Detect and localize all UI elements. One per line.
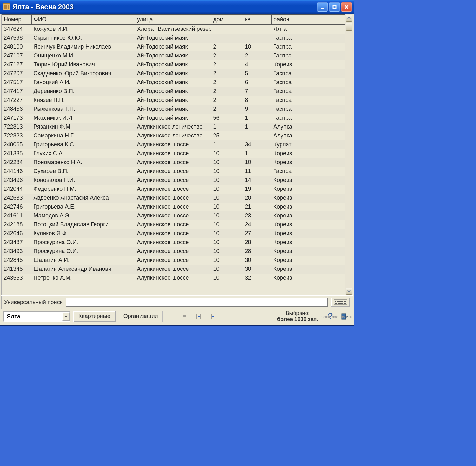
table-row[interactable]: 244146Сухарев В.П.Алупкинское шоссе1011Г… (2, 167, 345, 176)
header-row[interactable]: Номер ФИО улица дом кв. район (2, 15, 345, 25)
col-header-rayon[interactable]: район (272, 15, 313, 25)
col-header-house[interactable]: дом (211, 15, 243, 25)
table-row[interactable]: 248065Григорьева К.С.Алупкинское шоссе13… (2, 140, 345, 149)
table-row[interactable]: 241611Мамедов А.Э.Алупкинское шоссе1023К… (2, 211, 345, 220)
table-row[interactable]: 243496Коновалов Н.И.Алупкинское шоссе101… (2, 176, 345, 185)
cell-fio: Онищенко М.И. (32, 51, 135, 60)
cell-rayon: Алупка (272, 131, 313, 140)
table-row[interactable]: 247107Онищенко М.И.Ай-Тодорский маяк22Га… (2, 51, 345, 60)
cell-num: 722813 (2, 123, 32, 131)
cell-rayon: Гаспра (272, 43, 313, 51)
table-row[interactable]: 243487Проскурина О.И.Алупкинское шоссе10… (2, 238, 345, 247)
cell-spacer (313, 176, 345, 185)
cell-house: 10 (211, 256, 243, 265)
table-row[interactable]: 241335Глухих С.А.Алупкинское шоссе101Кор… (2, 149, 345, 158)
cell-num: 243496 (2, 176, 32, 185)
table-row[interactable]: 722823Самаркина Н.Г.Алупкинское лсничест… (2, 131, 345, 140)
col-header-flat[interactable]: кв. (243, 15, 272, 25)
table-row[interactable]: 247173Максимюк И.И.Ай-Тодорский маяк561Г… (2, 114, 345, 123)
table-row[interactable]: 242746Григорьева А.Е.Алупкинское шоссе10… (2, 203, 345, 211)
cell-flat: 28 (243, 238, 272, 247)
cell-street: Алупкинское шоссе (135, 265, 211, 274)
cell-house: 25 (211, 131, 243, 140)
city-combobox-arrow[interactable] (62, 312, 70, 321)
cell-num: 242188 (2, 220, 32, 229)
vertical-scrollbar[interactable] (345, 14, 353, 295)
cell-street: Алупкинское шоссе (135, 185, 211, 194)
cell-street: Ай-Тодорский маяк (135, 114, 211, 123)
organizations-button[interactable]: Организации (119, 311, 163, 322)
toolbar-icon-list[interactable] (179, 311, 190, 322)
cell-street: Алупкинское шоссе (135, 158, 211, 167)
search-input[interactable] (66, 298, 328, 307)
table-row[interactable]: 247417Деревянко В.П.Ай-Тодорский маяк27Г… (2, 87, 345, 96)
svg-rect-8 (335, 301, 336, 302)
table-row[interactable]: 248456Рыженкова Т.Н.Ай-Тодорский маяк29Г… (2, 105, 345, 114)
table-row[interactable]: 347624Кожухов И.И. Хлорат Васильевский р… (2, 25, 345, 34)
table-row[interactable]: 242633Авдеенко Анастасия АлексаАлупкинск… (2, 194, 345, 203)
table-row[interactable]: 243493Проскурина О.И.Алупкинское шоссе10… (2, 247, 345, 256)
cell-fio: Деревянко В.П. (32, 87, 135, 96)
table-row[interactable]: 247517Ганоцкий А.И.Ай-Тодорский маяк26Га… (2, 78, 345, 87)
svg-rect-13 (335, 303, 337, 304)
title-bar[interactable]: Ялта - Весна 2003 (0, 0, 354, 14)
cell-spacer (313, 60, 345, 69)
cell-spacer (313, 167, 345, 176)
search-panel: Универсальный поиск (1, 296, 353, 309)
table-row[interactable]: 242188Потоцкий Владислав ГеоргиАлупкинск… (2, 220, 345, 229)
table-row[interactable]: 241345Шалагин Александр ИвановиАлупкинск… (2, 265, 345, 274)
chevron-down-icon (64, 315, 68, 318)
minimize-button[interactable] (317, 2, 328, 12)
toolbar-icon-remove[interactable] (208, 311, 219, 322)
table-row[interactable]: 247598Скрынников Ю.Ю.Ай-Тодорский маякГа… (2, 34, 345, 43)
cell-street: Алупкинское шоссе (135, 256, 211, 265)
scroll-up-button[interactable] (346, 15, 352, 22)
cell-rayon: Гаспра (272, 87, 313, 96)
cell-street: Ай-Тодорский маяк (135, 34, 211, 43)
scroll-thumb[interactable] (346, 23, 352, 31)
cell-num: 248100 (2, 43, 32, 51)
search-label: Универсальный поиск (4, 299, 63, 306)
cell-rayon: Кореиз (272, 229, 313, 238)
cell-spacer (313, 158, 345, 167)
close-button[interactable] (341, 2, 352, 12)
table-row[interactable]: 242284Пономаренко Н.А.Алупкинское шоссе1… (2, 158, 345, 167)
cell-street: Алупкинское шоссе (135, 211, 211, 220)
col-header-fio[interactable]: ФИО (32, 15, 135, 25)
cell-num: 247207 (2, 69, 32, 78)
table-row[interactable]: 242646Куликов Я.Ф.Алупкинское шоссе1027К… (2, 229, 345, 238)
cell-flat: 27 (243, 229, 272, 238)
cell-num: 242646 (2, 229, 32, 238)
cell-num: 241611 (2, 211, 32, 220)
cell-num: 244146 (2, 167, 32, 176)
col-header-street[interactable]: улица (135, 15, 211, 25)
scroll-down-button[interactable] (346, 288, 352, 295)
cell-rayon: Кореиз (272, 265, 313, 274)
table-row[interactable]: 248100Ясинчук Владимир НиколаевАй-Тодорс… (2, 43, 345, 51)
table-row[interactable]: 242845Шалагин А.И.Алупкинское шоссе1030К… (2, 256, 345, 265)
maximize-button[interactable] (329, 2, 340, 12)
col-header-number[interactable]: Номер (2, 15, 32, 25)
table-row[interactable]: 247227Князев П.П.Ай-Тодорский маяк28Гасп… (2, 96, 345, 105)
bottom-toolbar: Ялта Квартирные Организации (1, 309, 353, 325)
table-row[interactable]: 247127Тюрин Юрий ИвановичАй-Тодорский ма… (2, 60, 345, 69)
cell-flat: 7 (243, 87, 272, 96)
svg-rect-17 (182, 314, 187, 319)
cell-flat: 21 (243, 203, 272, 211)
table-row[interactable]: 247207Скадченко Юрий ВикторовичАй-Тодорс… (2, 69, 345, 78)
table-row[interactable]: 243553Петренко А.М.Алупкинское шоссе1032… (2, 274, 345, 283)
cell-house: 10 (211, 167, 243, 176)
virtual-keyboard-button[interactable] (331, 298, 350, 307)
cell-spacer (313, 87, 345, 96)
table-row[interactable]: 242044Федоренко Н.М.Алупкинское шоссе101… (2, 185, 345, 194)
cell-fio: Сухарев В.П. (32, 167, 135, 176)
table-row[interactable]: 722813Рязанкин Ф.М.Алупкинское лсничеств… (2, 123, 345, 131)
data-grid[interactable]: Номер ФИО улица дом кв. район 347624Кожу… (2, 14, 345, 295)
toolbar-icon-add[interactable] (193, 311, 205, 322)
cell-num: 247173 (2, 114, 32, 123)
apartments-button[interactable]: Квартирные (73, 311, 116, 322)
city-combobox[interactable]: Ялта (3, 311, 70, 322)
cell-num: 243553 (2, 274, 32, 283)
cell-fio: Скадченко Юрий Викторович (32, 69, 135, 78)
cell-spacer (313, 96, 345, 105)
